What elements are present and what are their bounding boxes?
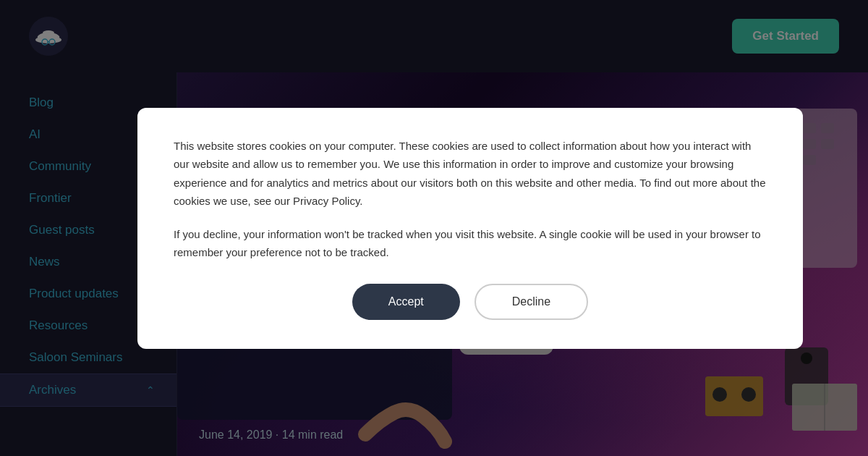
cookie-text-2: If you decline, your information won't b… xyxy=(174,225,767,262)
accept-button[interactable]: Accept xyxy=(352,284,460,320)
decline-button[interactable]: Decline xyxy=(475,284,588,320)
cookie-text-1: This website stores cookies on your comp… xyxy=(174,137,767,211)
cookie-modal: This website stores cookies on your comp… xyxy=(137,108,803,349)
cookie-overlay: This website stores cookies on your comp… xyxy=(0,0,868,456)
cookie-modal-buttons: Accept Decline xyxy=(174,284,767,320)
